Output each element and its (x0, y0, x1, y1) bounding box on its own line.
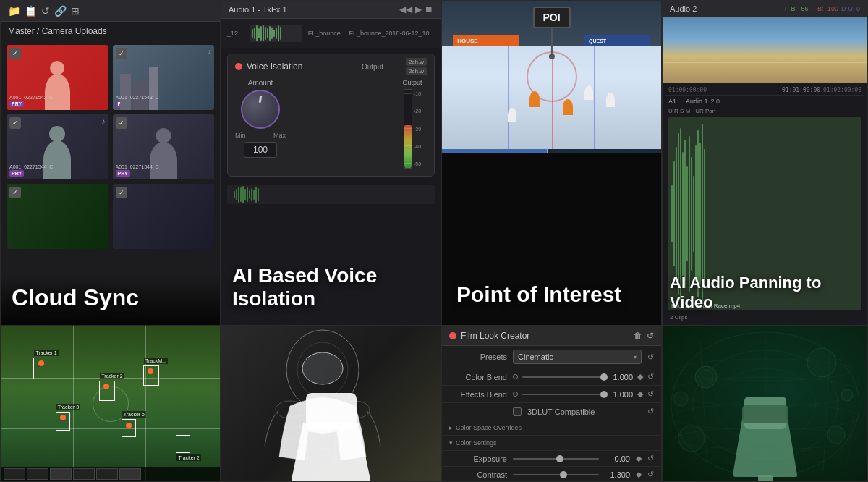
effects-blend-reset-icon[interactable]: ↺ (647, 389, 654, 399)
banner-text-2: QUEST (589, 38, 606, 43)
meter-mark (404, 93, 412, 94)
db-label: -30 (414, 127, 421, 132)
color-blend-slider[interactable] (522, 376, 603, 378)
voice-app-header: Audio 1 - TkFx 1 ◀◀ ▶ ⏹ (221, 1, 441, 19)
music-icon: ♪ (102, 117, 106, 125)
lut-compatible-row: 3DLUT Compatible ↺ (442, 403, 661, 420)
svg-point-31 (673, 392, 688, 406)
wave-bar (695, 145, 697, 282)
presets-dropdown[interactable]: Cinematic ▾ (513, 350, 642, 364)
thumbnail-item[interactable]: ✓ ♪ PRY A001_02271543_C (113, 45, 215, 110)
check-badge: ✓ (116, 48, 127, 59)
lut-reset-icon[interactable]: ↺ (647, 407, 654, 416)
contrast-label: Contrast (449, 470, 507, 479)
preset-refresh-icon[interactable]: ↺ (647, 352, 654, 362)
color-blend-diamond-icon[interactable]: ◆ (637, 372, 643, 381)
svg-line-18 (671, 370, 684, 464)
check-badge: ✓ (116, 187, 127, 198)
grid-icon[interactable]: ⊞ (71, 5, 80, 17)
sync-icon[interactable]: ↺ (41, 5, 50, 17)
thumbnail-item[interactable]: ✓ (7, 184, 109, 249)
link-icon[interactable]: 🔗 (54, 5, 67, 17)
audio-stat-1: F-B: -56 (785, 5, 809, 12)
effects-blend-slider[interactable] (522, 394, 603, 395)
contrast-slider[interactable] (513, 474, 599, 475)
wave-bar (697, 130, 699, 297)
person-silhouette (45, 74, 70, 110)
audio-title-overlay: AI Audio Panning to Video (670, 274, 860, 312)
wave-bar (276, 28, 277, 40)
wave-bar (682, 152, 684, 276)
check-badge: ✓ (116, 117, 127, 129)
vr-person-figure (733, 419, 798, 481)
thumbnail-item[interactable]: ✓ PRY A001_02271544_C (113, 114, 215, 179)
effects-blend-diamond-icon[interactable]: ◆ (637, 389, 643, 399)
delete-button[interactable]: 🗑 (634, 331, 642, 341)
new-bin-icon[interactable]: 📁 (8, 5, 20, 17)
track-pan-label: UR Pan (695, 108, 715, 114)
thumbnail-item[interactable]: ✓ PRY A001_02271543_C (7, 45, 109, 110)
film-frame (50, 468, 72, 480)
contrast-diamond-icon[interactable]: ◆ (636, 470, 642, 479)
wave-bar (273, 30, 275, 38)
proxy-badge: PRY (116, 170, 130, 177)
effects-blend-row: Effects Blend 1.000 ◆ ↺ (442, 386, 661, 403)
output-meter-label: Output (402, 79, 422, 86)
color-settings-label: Color Settings (456, 439, 497, 447)
poi-lower-section: Point of Interest (442, 153, 661, 325)
wave-bar (684, 140, 686, 288)
wave-bar (693, 176, 694, 252)
tracker-label-3: Tracker 3 (56, 404, 80, 410)
wave-bar (676, 147, 677, 280)
voice-knob[interactable] (241, 90, 280, 129)
horizon-line (663, 62, 867, 63)
player-white-2 (508, 108, 516, 122)
audio-stat-3: D-U: 0 (841, 5, 860, 12)
timeline-track (250, 25, 302, 42)
stop-icon[interactable]: ⏹ (425, 4, 433, 14)
lut-checkbox[interactable] (513, 407, 522, 416)
wave-bar (254, 28, 255, 40)
wave-bar (263, 25, 264, 42)
wave-bar (255, 187, 257, 203)
color-blend-reset-icon[interactable]: ↺ (647, 372, 654, 381)
thumbnail-item[interactable]: ✓ (113, 184, 215, 249)
field-line-v2 (145, 326, 146, 481)
wave-bar (236, 189, 237, 201)
wave-bar (699, 143, 701, 285)
thumbnail-item[interactable]: ✓ ♪ PRY A001_02271544_C (7, 114, 109, 179)
exposure-diamond-icon[interactable]: ◆ (636, 454, 642, 463)
voice-timeline-top: _12... F (221, 19, 441, 48)
import-icon[interactable]: 📋 (25, 5, 37, 17)
play-icon[interactable]: ◀◀ (399, 4, 412, 14)
player-5 (126, 423, 132, 428)
wave-bar (671, 185, 673, 242)
plugin-controls: Amount Min Max 100 Output (235, 79, 427, 169)
timecode-2: 01:01:00:00 (782, 87, 820, 93)
player-1 (38, 360, 44, 366)
color-blend-row: Color Blend 1.000 ◆ ↺ (442, 368, 661, 386)
wave-bar (238, 187, 239, 203)
wave-bar (673, 161, 675, 266)
contrast-value: 1.300 (605, 470, 630, 479)
exposure-reset-icon[interactable]: ↺ (647, 454, 654, 463)
exposure-slider[interactable] (513, 458, 599, 460)
db-label: -20 (414, 109, 421, 114)
panel-poi: HOUSE QUEST POI (441, 0, 662, 326)
color-blend-control: 1.000 ◆ ↺ (513, 372, 654, 381)
play-icon[interactable]: ▶ (415, 4, 422, 14)
presets-label: Presets (449, 352, 507, 361)
color-space-toggle[interactable]: ▸ Color Space Overrides (442, 420, 661, 436)
player-white-1 (584, 85, 593, 100)
contrast-reset-icon[interactable]: ↺ (647, 470, 654, 479)
color-settings-toggle[interactable]: ▾ Color Settings (442, 436, 661, 451)
exposure-row: Exposure 0.00 ◆ ↺ (442, 451, 661, 467)
preset-value: Cinematic (518, 352, 553, 361)
panel-football-tracking: Tracker 1 Tracker 2 Tracker 3 TrackM... … (0, 326, 221, 482)
audio-app-header: Audio 2 F-B: -56 F-B: -100 D-U: 0 (663, 1, 867, 17)
audio-header-title: Audio 2 (670, 4, 697, 13)
track-letters: U R S M (668, 108, 690, 114)
wave-bar (253, 190, 255, 200)
svg-point-30 (841, 389, 853, 401)
reset-button[interactable]: ↺ (647, 331, 654, 341)
